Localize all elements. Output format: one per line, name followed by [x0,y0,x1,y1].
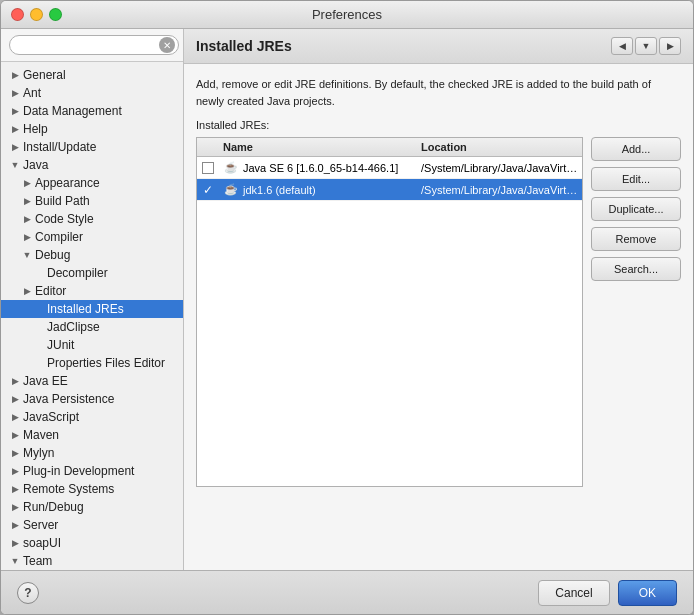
cancel-button[interactable]: Cancel [538,580,609,606]
ok-button[interactable]: OK [618,580,677,606]
search-button[interactable]: Search... [591,257,681,281]
maximize-button[interactable] [49,8,62,21]
arrow-icon: ▶ [9,537,21,549]
jre-checkbox[interactable] [197,162,219,174]
arrow-icon: ▶ [9,411,21,423]
description-text: Add, remove or edit JRE definitions. By … [196,76,681,109]
sidebar-item-java[interactable]: ▼ Java [1,156,183,174]
arrow-icon: ▶ [9,519,21,531]
jre-name: Java SE 6 [1.6.0_65-b14-466.1] [243,162,398,174]
table-row[interactable]: ✓ ☕ jdk1.6 (default) /System/Library/Jav… [197,179,582,201]
help-button[interactable]: ? [17,582,39,604]
sidebar-item-javascript[interactable]: ▶ JavaScript [1,408,183,426]
unchecked-icon [202,162,214,174]
sidebar-item-decompiler[interactable]: Decompiler [1,264,183,282]
arrow-icon: ▶ [9,501,21,513]
sidebar-item-label: Debug [35,247,70,263]
sidebar: ✕ ▶ General ▶ Ant ▶ Data Management [1,29,184,570]
nav-dropdown-button[interactable]: ▼ [635,37,657,55]
sidebar-item-label: Mylyn [23,445,54,461]
jre-icon: ☕ [223,182,239,198]
sidebar-item-label: Data Management [23,103,122,119]
arrow-icon: ▶ [9,393,21,405]
sidebar-item-label: Build Path [35,193,90,209]
arrow-icon: ▶ [21,285,33,297]
sidebar-item-label: Team [23,553,52,569]
sidebar-item-properties-files-editor[interactable]: Properties Files Editor [1,354,183,372]
sidebar-item-code-style[interactable]: ▶ Code Style [1,210,183,228]
sidebar-item-help[interactable]: ▶ Help [1,120,183,138]
content-body: Add, remove or edit JRE definitions. By … [184,64,693,570]
sidebar-item-build-path[interactable]: ▶ Build Path [1,192,183,210]
sidebar-item-label: soapUI [23,535,61,551]
arrow-icon: ▶ [9,429,21,441]
close-button[interactable] [11,8,24,21]
sidebar-item-mylyn[interactable]: ▶ Mylyn [1,444,183,462]
duplicate-button[interactable]: Duplicate... [591,197,681,221]
jre-table: Name Location ☕ Java SE [196,137,583,487]
sidebar-item-maven[interactable]: ▶ Maven [1,426,183,444]
sidebar-item-data-management[interactable]: ▶ Data Management [1,102,183,120]
sidebar-item-java-persistence[interactable]: ▶ Java Persistence [1,390,183,408]
edit-button[interactable]: Edit... [591,167,681,191]
arrow-icon: ▶ [9,375,21,387]
sidebar-item-label: JavaScript [23,409,79,425]
sidebar-item-jadclipse[interactable]: JadClipse [1,318,183,336]
sidebar-item-label: Remote Systems [23,481,114,497]
nav-forward-button[interactable]: ▶ [659,37,681,55]
content-area: Installed JREs ◀ ▼ ▶ Add, remove or edit… [184,29,693,570]
search-box: ✕ [1,29,183,62]
sidebar-item-label: JUnit [47,337,74,353]
sidebar-item-server[interactable]: ▶ Server [1,516,183,534]
sidebar-item-install-update[interactable]: ▶ Install/Update [1,138,183,156]
sidebar-item-junit[interactable]: JUnit [1,336,183,354]
sidebar-item-label: Plug-in Development [23,463,134,479]
add-button[interactable]: Add... [591,137,681,161]
remove-button[interactable]: Remove [591,227,681,251]
sidebar-item-remote-systems[interactable]: ▶ Remote Systems [1,480,183,498]
arrow-icon: ▶ [21,195,33,207]
sidebar-item-soapui[interactable]: ▶ soapUI [1,534,183,552]
jre-name-cell: ☕ jdk1.6 (default) [219,180,417,200]
arrow-icon: ▶ [21,231,33,243]
footer: ? Cancel OK [1,570,693,614]
sidebar-item-label: Installed JREs [47,301,124,317]
sidebar-item-label: Appearance [35,175,100,191]
arrow-icon: ▶ [9,69,21,81]
sidebar-item-team[interactable]: ▼ Team [1,552,183,570]
sidebar-item-label: Compiler [35,229,83,245]
sidebar-item-run-debug[interactable]: ▶ Run/Debug [1,498,183,516]
minimize-button[interactable] [30,8,43,21]
sidebar-item-label: Install/Update [23,139,96,155]
jre-location-cell: /System/Library/Java/JavaVirtual... [417,160,582,176]
sidebar-item-appearance[interactable]: ▶ Appearance [1,174,183,192]
sidebar-item-java-ee[interactable]: ▶ Java EE [1,372,183,390]
sidebar-item-label: Run/Debug [23,499,84,515]
content-header: Installed JREs ◀ ▼ ▶ [184,29,693,64]
sidebar-item-label: Properties Files Editor [47,355,165,371]
sidebar-item-ant[interactable]: ▶ Ant [1,84,183,102]
sidebar-item-debug[interactable]: ▼ Debug [1,246,183,264]
jre-table-body: ☕ Java SE 6 [1.6.0_65-b14-466.1] /System… [197,157,582,486]
titlebar: Preferences [1,1,693,29]
nav-back-button[interactable]: ◀ [611,37,633,55]
sidebar-item-label: Help [23,121,48,137]
clear-search-button[interactable]: ✕ [159,37,175,53]
checked-icon: ✓ [203,183,213,197]
sidebar-item-plugin-development[interactable]: ▶ Plug-in Development [1,462,183,480]
sidebar-item-label: Ant [23,85,41,101]
search-input[interactable] [9,35,179,55]
col-location: Location [417,141,582,153]
sidebar-item-general[interactable]: ▶ General [1,66,183,84]
arrow-icon: ▶ [9,123,21,135]
sidebar-item-compiler[interactable]: ▶ Compiler [1,228,183,246]
sidebar-item-label: General [23,67,66,83]
sidebar-item-label: Java [23,157,48,173]
jre-checkbox[interactable]: ✓ [197,183,219,197]
arrow-icon: ▼ [9,555,21,567]
arrow-icon: ▶ [9,105,21,117]
table-row[interactable]: ☕ Java SE 6 [1.6.0_65-b14-466.1] /System… [197,157,582,179]
sidebar-item-installed-jres[interactable]: Installed JREs [1,300,183,318]
sidebar-item-editor[interactable]: ▶ Editor [1,282,183,300]
arrow-icon: ▶ [21,213,33,225]
